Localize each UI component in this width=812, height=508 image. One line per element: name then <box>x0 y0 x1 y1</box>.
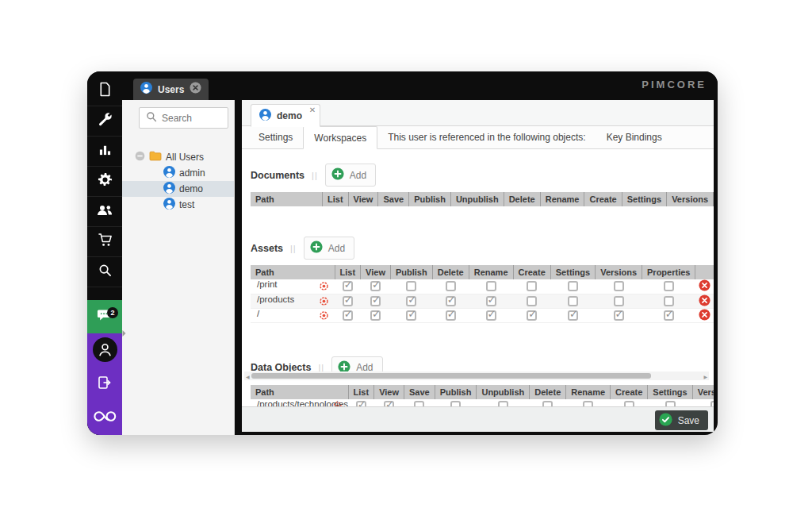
close-icon[interactable]: ✕ <box>309 106 316 114</box>
column-header-publish[interactable]: Publish <box>409 192 451 206</box>
tab-this-user-is-referenced-in-the-following-objects[interactable]: This user is referenced in the following… <box>377 126 596 148</box>
checkbox-list[interactable] <box>343 310 353 321</box>
column-header-create[interactable]: Create <box>513 265 550 279</box>
close-icon[interactable] <box>190 82 201 97</box>
column-header-path[interactable]: Path <box>251 265 335 279</box>
tree-node-admin[interactable]: admin <box>122 165 234 181</box>
checkbox-settings[interactable] <box>568 296 578 306</box>
column-header-view[interactable]: View <box>348 192 378 206</box>
column-header-publish[interactable]: Publish <box>435 385 477 399</box>
tab-workspaces[interactable]: Workspaces <box>303 126 377 149</box>
column-header-rename[interactable]: Rename <box>469 265 513 279</box>
remove-row-button[interactable] <box>699 309 710 322</box>
checkbox-rename[interactable] <box>486 310 496 321</box>
checkbox-rename[interactable] <box>486 296 496 306</box>
sidebar-item-cart[interactable] <box>87 227 122 257</box>
sidebar-item-logout[interactable] <box>87 368 122 400</box>
column-header-versions[interactable]: Versions <box>667 192 714 206</box>
column-header-list[interactable]: List <box>323 192 349 206</box>
checkbox-create[interactable] <box>527 310 537 321</box>
column-header-unpublish[interactable]: Unpublish <box>477 385 530 399</box>
locate-target-icon[interactable] <box>319 281 329 293</box>
checkbox-list[interactable] <box>343 281 353 291</box>
locate-target-icon[interactable] <box>319 310 329 322</box>
sidebar-item-pimcore-logo[interactable] <box>87 400 122 435</box>
tree-node-test[interactable]: test <box>122 197 234 213</box>
checkbox-rename[interactable] <box>583 401 593 406</box>
column-header-list[interactable]: List <box>348 385 374 399</box>
checkbox-list[interactable] <box>343 296 353 306</box>
sidebar-item-wrench[interactable] <box>87 106 122 137</box>
column-header-versions[interactable]: Versions <box>692 385 714 399</box>
checkbox-versions[interactable] <box>614 296 624 306</box>
checkbox-save[interactable] <box>414 401 424 406</box>
checkbox-publish[interactable] <box>406 281 416 291</box>
add-assets-button[interactable]: Add <box>304 237 354 260</box>
checkbox-versions[interactable] <box>710 401 714 406</box>
sidebar-item-notifications[interactable]: 2 <box>87 300 122 333</box>
checkbox-settings[interactable] <box>568 310 578 321</box>
checkbox-unpublish[interactable] <box>498 401 508 406</box>
column-header-create[interactable]: Create <box>584 192 622 206</box>
checkbox-view[interactable] <box>370 296 381 306</box>
column-header-rename[interactable]: Rename <box>540 192 584 206</box>
column-header-save[interactable]: Save <box>378 192 409 206</box>
column-header-settings[interactable]: Settings <box>550 265 595 279</box>
checkbox-delete[interactable] <box>542 401 553 406</box>
column-header-path[interactable]: Path <box>251 385 348 399</box>
remove-row-button[interactable] <box>699 279 710 293</box>
save-button[interactable]: Save <box>655 410 708 430</box>
checkbox-rename[interactable] <box>486 281 496 291</box>
checkbox-publish[interactable] <box>406 296 416 306</box>
remove-row-button[interactable] <box>699 294 710 308</box>
checkbox-versions[interactable] <box>614 281 624 291</box>
column-header-delete[interactable]: Delete <box>432 265 469 279</box>
checkbox-view[interactable] <box>384 401 394 406</box>
column-header-unpublish[interactable]: Unpublish <box>450 192 504 206</box>
panel-collapse-handle[interactable] <box>121 325 128 342</box>
add-documents-button[interactable]: Add <box>325 164 376 187</box>
search-input[interactable] <box>162 113 213 124</box>
sidebar-item-document[interactable] <box>87 76 122 106</box>
checkbox-properties[interactable] <box>664 310 674 321</box>
tab-users[interactable]: Users <box>133 79 209 100</box>
checkbox-versions[interactable] <box>614 310 624 321</box>
tree-node-demo[interactable]: demo <box>122 181 234 197</box>
checkbox-create[interactable] <box>624 401 634 406</box>
tab-demo-user[interactable]: demo ✕ <box>251 104 320 127</box>
checkbox-delete[interactable] <box>446 296 456 306</box>
sidebar-item-users-group[interactable] <box>87 197 122 227</box>
search-box[interactable] <box>139 107 228 129</box>
column-header-view[interactable]: View <box>374 385 404 399</box>
checkbox-publish[interactable] <box>406 310 416 321</box>
checkbox-settings[interactable] <box>665 401 676 406</box>
tab-settings[interactable]: Settings <box>248 126 303 148</box>
checkbox-create[interactable] <box>527 296 537 306</box>
column-header-settings[interactable]: Settings <box>622 192 666 206</box>
scroll-left-arrow[interactable]: ◀ <box>246 374 250 379</box>
locate-target-icon[interactable] <box>319 296 329 308</box>
checkbox-settings[interactable] <box>568 281 578 291</box>
tab-key-bindings[interactable]: Key Bindings <box>596 126 672 148</box>
column-header-settings[interactable]: Settings <box>648 385 692 399</box>
checkbox-properties[interactable] <box>664 296 674 306</box>
checkbox-delete[interactable] <box>446 281 456 291</box>
checkbox-publish[interactable] <box>450 401 461 406</box>
horizontal-scrollbar[interactable]: ◀ ▶ <box>244 371 709 380</box>
scrollbar-thumb[interactable] <box>251 373 651 379</box>
checkbox-delete[interactable] <box>446 310 456 321</box>
checkbox-view[interactable] <box>370 310 381 321</box>
tree-node-all-users[interactable]: All Users <box>122 149 234 165</box>
column-header-delete[interactable]: Delete <box>504 192 540 206</box>
sidebar-item-search[interactable] <box>87 257 122 287</box>
column-header-list[interactable]: List <box>335 265 361 279</box>
checkbox-list[interactable] <box>356 401 366 406</box>
column-header-delete[interactable]: Delete <box>530 385 566 399</box>
sidebar-item-profile[interactable] <box>87 333 122 368</box>
collapse-node-icon[interactable] <box>135 151 145 164</box>
checkbox-properties[interactable] <box>664 281 674 291</box>
sidebar-item-bar-chart[interactable] <box>87 137 122 167</box>
checkbox-create[interactable] <box>527 281 537 291</box>
checkbox-view[interactable] <box>370 281 381 291</box>
sidebar-item-gear[interactable] <box>87 167 122 197</box>
